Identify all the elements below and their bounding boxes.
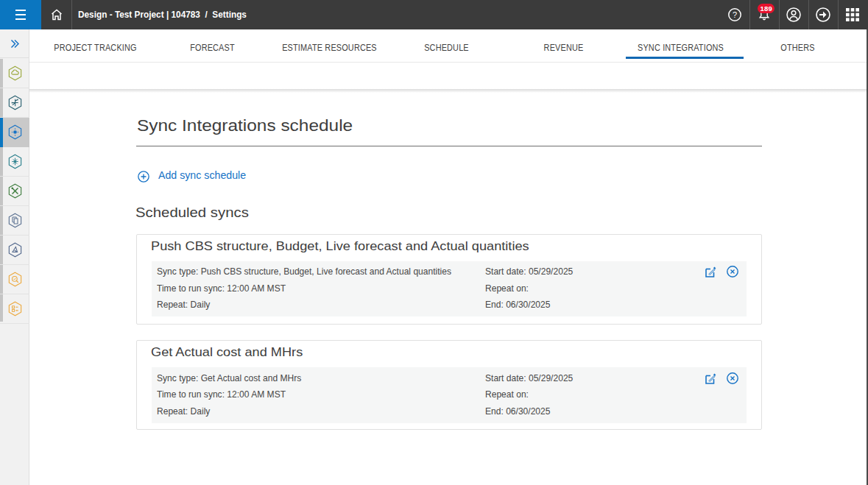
svg-text:?: ? xyxy=(733,10,737,19)
